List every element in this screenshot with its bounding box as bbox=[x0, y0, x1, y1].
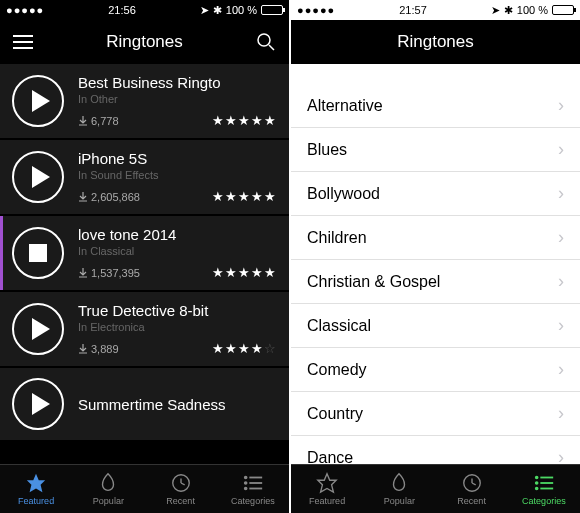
play-button[interactable] bbox=[12, 75, 64, 127]
chevron-right-icon: › bbox=[558, 359, 564, 380]
tab-recent[interactable]: Recent bbox=[436, 465, 508, 513]
ringtone-category: In Classical bbox=[78, 245, 277, 257]
category-label: Comedy bbox=[307, 361, 367, 379]
download-count: 2,605,868 bbox=[78, 191, 140, 203]
svg-point-3 bbox=[258, 34, 270, 46]
category-label: Blues bbox=[307, 141, 347, 159]
tab-label: Recent bbox=[457, 496, 486, 506]
category-row[interactable]: Bollywood› bbox=[291, 172, 580, 216]
tab-label: Popular bbox=[93, 496, 124, 506]
ringtone-row[interactable]: love tone 2014In Classical1,537,395★★★★★ bbox=[0, 216, 289, 290]
battery-percent: 100 % bbox=[226, 4, 257, 16]
svg-marker-5 bbox=[27, 474, 45, 492]
category-label: Alternative bbox=[307, 97, 383, 115]
ringtone-title: Best Business Ringto bbox=[78, 74, 277, 91]
rating-stars: ★★★★★ bbox=[212, 113, 277, 128]
svg-line-8 bbox=[181, 483, 185, 485]
category-row[interactable]: Christian & Gospel› bbox=[291, 260, 580, 304]
svg-point-13 bbox=[245, 488, 247, 490]
search-button[interactable] bbox=[255, 33, 277, 51]
play-button[interactable] bbox=[12, 151, 64, 203]
download-count: 3,889 bbox=[78, 343, 119, 355]
svg-marker-15 bbox=[318, 474, 336, 492]
ringtone-title: love tone 2014 bbox=[78, 226, 277, 243]
header: Ringtones bbox=[0, 20, 289, 64]
bluetooth-icon: ✱ bbox=[213, 4, 222, 17]
status-bar: ●●●●● 21:56 ➤ ✱ 100 % bbox=[0, 0, 289, 20]
chevron-right-icon: › bbox=[558, 403, 564, 424]
category-label: Dance bbox=[307, 449, 353, 465]
tab-featured[interactable]: Featured bbox=[291, 465, 363, 513]
play-button[interactable] bbox=[12, 378, 64, 430]
status-time: 21:56 bbox=[108, 4, 136, 16]
category-row[interactable]: Blues› bbox=[291, 128, 580, 172]
chevron-right-icon: › bbox=[558, 227, 564, 248]
tab-label: Featured bbox=[18, 496, 54, 506]
tab-recent[interactable]: Recent bbox=[145, 465, 217, 513]
category-label: Bollywood bbox=[307, 185, 380, 203]
tab-label: Popular bbox=[384, 496, 415, 506]
tab-featured[interactable]: Featured bbox=[0, 465, 72, 513]
ringtone-list[interactable]: Best Business RingtoIn Other6,778★★★★★iP… bbox=[0, 64, 289, 464]
chevron-right-icon: › bbox=[558, 183, 564, 204]
tab-categories[interactable]: Categories bbox=[217, 465, 289, 513]
tab-bar: Featured Popular Recent Categories bbox=[291, 464, 580, 513]
bluetooth-icon: ✱ bbox=[504, 4, 513, 17]
ringtone-category: In Electronica bbox=[78, 321, 277, 333]
chevron-right-icon: › bbox=[558, 271, 564, 292]
download-count: 6,778 bbox=[78, 115, 119, 127]
tab-label: Recent bbox=[166, 496, 195, 506]
signal-dots: ●●●●● bbox=[6, 4, 44, 16]
spacer bbox=[291, 64, 580, 84]
battery-percent: 100 % bbox=[517, 4, 548, 16]
stop-button[interactable] bbox=[12, 227, 64, 279]
tab-popular[interactable]: Popular bbox=[363, 465, 435, 513]
category-row[interactable]: Dance› bbox=[291, 436, 580, 464]
ringtone-title: True Detective 8-bit bbox=[78, 302, 277, 319]
svg-point-23 bbox=[536, 488, 538, 490]
tab-categories[interactable]: Categories bbox=[508, 465, 580, 513]
play-button[interactable] bbox=[12, 303, 64, 355]
category-row[interactable]: Alternative› bbox=[291, 84, 580, 128]
svg-line-18 bbox=[472, 483, 476, 485]
ringtone-row[interactable]: Best Business RingtoIn Other6,778★★★★★ bbox=[0, 64, 289, 138]
chevron-right-icon: › bbox=[558, 315, 564, 336]
location-icon: ➤ bbox=[200, 4, 209, 17]
chevron-right-icon: › bbox=[558, 447, 564, 464]
ringtone-title: iPhone 5S bbox=[78, 150, 277, 167]
svg-point-9 bbox=[245, 477, 247, 479]
ringtone-title: Summertime Sadness bbox=[78, 396, 277, 413]
ringtone-row[interactable]: Summertime Sadness bbox=[0, 368, 289, 440]
ringtone-row[interactable]: iPhone 5SIn Sound Effects2,605,868★★★★★ bbox=[0, 140, 289, 214]
phone-left: ●●●●● 21:56 ➤ ✱ 100 % Ringtones Best Bus… bbox=[0, 0, 289, 513]
rating-stars: ★★★★★ bbox=[212, 265, 277, 280]
status-time: 21:57 bbox=[399, 4, 427, 16]
phone-right: ●●●●● 21:57 ➤ ✱ 100 % Ringtones Alternat… bbox=[291, 0, 580, 513]
location-icon: ➤ bbox=[491, 4, 500, 17]
battery-icon bbox=[552, 5, 574, 15]
page-title: Ringtones bbox=[34, 32, 255, 52]
status-bar: ●●●●● 21:57 ➤ ✱ 100 % bbox=[291, 0, 580, 20]
category-row[interactable]: Comedy› bbox=[291, 348, 580, 392]
svg-point-11 bbox=[245, 482, 247, 484]
category-list[interactable]: Alternative›Blues›Bollywood›Children›Chr… bbox=[291, 84, 580, 464]
download-count: 1,537,395 bbox=[78, 267, 140, 279]
svg-point-19 bbox=[536, 477, 538, 479]
svg-point-21 bbox=[536, 482, 538, 484]
ringtone-row[interactable]: True Detective 8-bitIn Electronica3,889★… bbox=[0, 292, 289, 366]
header: Ringtones bbox=[291, 20, 580, 64]
tab-bar: Featured Popular Recent Categories bbox=[0, 464, 289, 513]
category-row[interactable]: Country› bbox=[291, 392, 580, 436]
chevron-right-icon: › bbox=[558, 95, 564, 116]
menu-button[interactable] bbox=[12, 35, 34, 49]
ringtone-category: In Other bbox=[78, 93, 277, 105]
tab-label: Categories bbox=[231, 496, 275, 506]
category-label: Christian & Gospel bbox=[307, 273, 440, 291]
chevron-right-icon: › bbox=[558, 139, 564, 160]
tab-label: Featured bbox=[309, 496, 345, 506]
tab-popular[interactable]: Popular bbox=[72, 465, 144, 513]
category-label: Classical bbox=[307, 317, 371, 335]
category-row[interactable]: Classical› bbox=[291, 304, 580, 348]
page-title: Ringtones bbox=[325, 32, 546, 52]
category-row[interactable]: Children› bbox=[291, 216, 580, 260]
